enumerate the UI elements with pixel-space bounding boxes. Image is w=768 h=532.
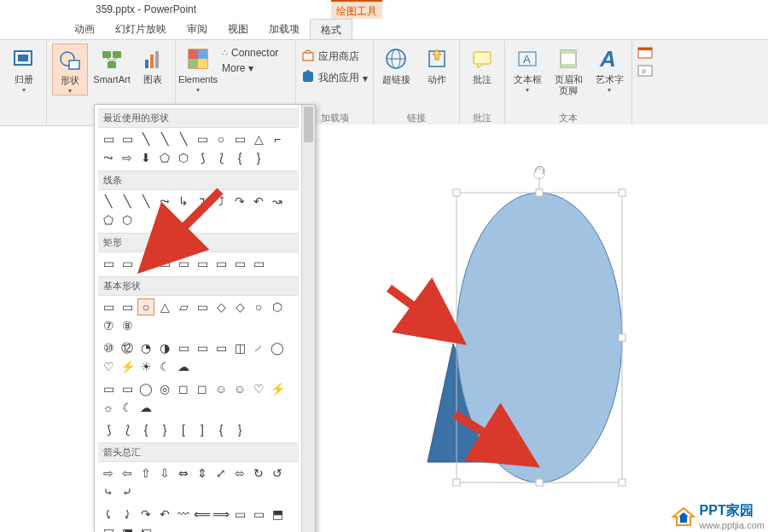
shape-glyph[interactable]: ▭: [100, 380, 117, 397]
shape-glyph[interactable]: ▭: [156, 255, 173, 272]
shape-glyph[interactable]: ☁: [137, 399, 154, 416]
shape-glyph[interactable]: ⤸: [119, 506, 136, 523]
shape-glyph[interactable]: ⑩: [100, 339, 117, 356]
shape-glyph[interactable]: ▭: [194, 255, 211, 272]
shape-glyph[interactable]: }: [156, 421, 173, 438]
my-addins-button[interactable]: 我的应用 ▾: [301, 70, 368, 86]
shape-glyph[interactable]: ◎: [156, 380, 173, 397]
shape-glyph[interactable]: ⬡: [119, 211, 136, 228]
shape-glyph[interactable]: ⚡: [269, 380, 286, 397]
shape-glyph[interactable]: [: [175, 421, 192, 438]
shape-glyph[interactable]: ⬔: [119, 524, 136, 532]
shape-glyph[interactable]: {: [212, 421, 230, 438]
tab-animations[interactable]: 动画: [64, 19, 105, 39]
shape-glyph[interactable]: {: [231, 149, 248, 166]
shape-glyph[interactable]: ⚡: [119, 358, 136, 375]
shape-glyph[interactable]: ▭: [212, 339, 230, 356]
shape-glyph[interactable]: ↺: [269, 465, 286, 482]
shape-glyph[interactable]: ⟅: [119, 421, 136, 438]
tab-addins[interactable]: 加载项: [259, 19, 310, 39]
shape-glyph[interactable]: ⤶: [119, 483, 136, 500]
wordart-button[interactable]: A 艺术字 ▾: [592, 43, 626, 94]
shape-glyph[interactable]: ⇨: [100, 465, 117, 482]
shape-glyph[interactable]: ☺: [212, 380, 230, 397]
shape-glyph[interactable]: ▭: [100, 255, 117, 272]
store-button[interactable]: 应用商店: [301, 49, 368, 65]
shape-glyph[interactable]: ○: [137, 298, 154, 315]
shape-glyph[interactable]: ⟋: [250, 339, 267, 356]
shape-glyph[interactable]: ⬠: [100, 211, 117, 228]
shape-glyph[interactable]: ⟆: [100, 421, 117, 438]
selection-handle[interactable]: [453, 189, 460, 196]
shape-glyph[interactable]: {: [137, 421, 154, 438]
shape-glyph[interactable]: }: [250, 149, 267, 166]
shape-glyph[interactable]: ▭: [119, 255, 136, 272]
shape-glyph[interactable]: ⬡: [175, 149, 192, 166]
shape-glyph[interactable]: ⤷: [100, 483, 117, 500]
smartart-button[interactable]: SmartArt: [95, 43, 129, 85]
header-footer-button[interactable]: 页眉和页脚: [551, 43, 585, 96]
shape-glyph[interactable]: ↷: [137, 506, 154, 523]
shape-glyph[interactable]: ♡: [250, 380, 267, 397]
shape-glyph[interactable]: ⇔: [175, 465, 192, 482]
date-icon[interactable]: [637, 47, 653, 61]
shape-glyph[interactable]: ◇: [212, 298, 230, 315]
shape-glyph[interactable]: ◑: [156, 339, 173, 356]
shape-glyph[interactable]: ◔: [137, 339, 154, 356]
shape-glyph[interactable]: ↴: [194, 193, 211, 210]
selection-handle[interactable]: [536, 189, 543, 196]
shape-glyph[interactable]: ☁: [175, 358, 192, 375]
shape-glyph[interactable]: ☺: [231, 380, 248, 397]
shape-glyph[interactable]: ▭: [194, 339, 211, 356]
shape-glyph[interactable]: ╲: [137, 193, 154, 210]
shape-glyph[interactable]: ○: [212, 130, 230, 147]
shape-glyph[interactable]: ▭: [119, 298, 136, 315]
selection-handle[interactable]: [536, 479, 543, 486]
shape-glyph[interactable]: ◻: [194, 380, 211, 397]
shape-glyph[interactable]: ⟹: [212, 506, 230, 523]
shape-glyph[interactable]: ☾: [119, 399, 136, 416]
shape-glyph[interactable]: ↳: [175, 193, 192, 210]
shape-glyph[interactable]: ↝: [269, 193, 286, 210]
chart-button[interactable]: 图表: [136, 43, 170, 85]
shape-glyph[interactable]: ⑦: [100, 317, 117, 334]
shape-glyph[interactable]: ▭: [137, 255, 154, 272]
selection-handle[interactable]: [619, 479, 625, 486]
shape-glyph[interactable]: ╲: [119, 193, 136, 210]
album-button[interactable]: 归册 ▾: [7, 43, 41, 94]
shape-glyph[interactable]: ▭: [194, 130, 211, 147]
shape-glyph[interactable]: ▭: [119, 130, 136, 147]
oval-shape[interactable]: [457, 193, 622, 483]
shape-glyph[interactable]: ▭: [175, 339, 192, 356]
selection-handle[interactable]: [619, 189, 625, 196]
shape-glyph[interactable]: }: [231, 421, 248, 438]
selection-handle[interactable]: [453, 479, 460, 486]
shape-glyph[interactable]: ╲: [175, 130, 192, 147]
shape-glyph[interactable]: ↶: [250, 193, 267, 210]
shape-glyph[interactable]: ⬓: [100, 524, 117, 532]
shape-glyph[interactable]: ⌐: [269, 130, 286, 147]
hyperlink-button[interactable]: 超链接: [379, 43, 413, 85]
shape-glyph[interactable]: ╲: [100, 193, 117, 210]
shape-glyph[interactable]: ▭: [100, 130, 117, 147]
elements-button[interactable]: Elements ▾: [181, 43, 215, 94]
shape-glyph[interactable]: ⬡: [269, 298, 286, 315]
shape-glyph[interactable]: ⬕: [137, 524, 154, 532]
slide-canvas[interactable]: [314, 124, 768, 532]
shape-glyph[interactable]: △: [250, 130, 267, 147]
shape-glyph[interactable]: ⑧: [119, 317, 136, 334]
tab-view[interactable]: 视图: [218, 19, 259, 39]
comment-button[interactable]: 批注: [465, 43, 499, 85]
shape-glyph[interactable]: ◯: [137, 380, 154, 397]
shape-glyph[interactable]: ⬇: [137, 149, 154, 166]
tab-format[interactable]: 格式: [310, 19, 352, 39]
connector-button[interactable]: ∴ Connector: [222, 47, 290, 59]
shape-glyph[interactable]: ⇨: [119, 149, 136, 166]
slide-number-icon[interactable]: #: [637, 65, 653, 79]
shape-glyph[interactable]: ⟸: [194, 506, 211, 523]
shape-glyph[interactable]: ⇕: [194, 465, 211, 482]
shape-glyph[interactable]: △: [156, 298, 173, 315]
shape-glyph[interactable]: ♡: [100, 358, 117, 375]
selection-handle[interactable]: [619, 334, 625, 341]
tab-review[interactable]: 审阅: [177, 19, 218, 39]
